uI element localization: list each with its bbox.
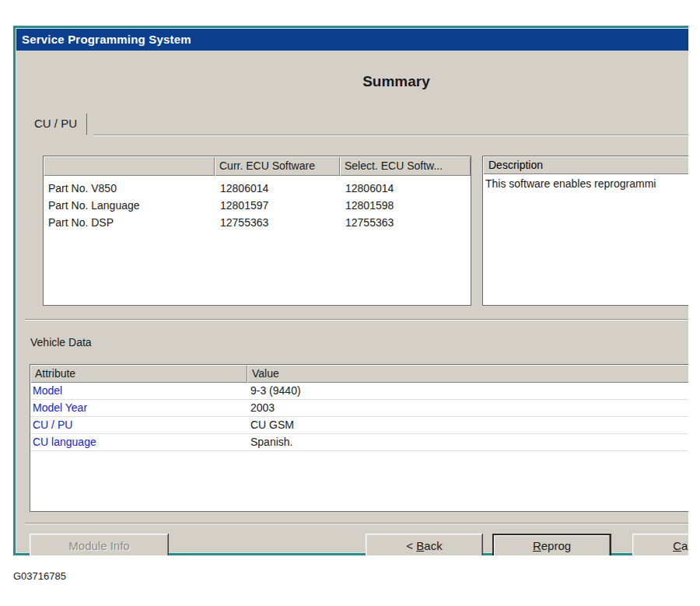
part-name: Part No. DSP xyxy=(44,214,215,231)
cancel-button[interactable]: Cancel xyxy=(632,534,688,555)
attribute-link[interactable]: Model xyxy=(30,383,247,399)
table-row[interactable]: Model 9-3 (9440) xyxy=(30,383,688,400)
selected-software: 12806014 xyxy=(340,180,471,197)
reprog-label-rest: eprog xyxy=(541,539,571,552)
sps-dialog-window: Service Programming System Summary CU / … xyxy=(13,26,688,555)
current-software: 12801597 xyxy=(215,197,340,214)
attribute-link[interactable]: CU / PU xyxy=(30,417,247,433)
cancel-label-rest: ancel xyxy=(681,539,688,552)
titlebar[interactable]: Service Programming System xyxy=(16,29,688,51)
reprog-button[interactable]: Reprog xyxy=(492,534,611,555)
current-software: 12806014 xyxy=(215,180,340,197)
table-row[interactable]: CU / PU CU GSM xyxy=(30,417,688,434)
cancel-accelerator: C xyxy=(673,539,681,552)
tabstrip-edge xyxy=(93,135,688,136)
description-text: This software enables reprogrammi xyxy=(483,174,688,190)
table-row[interactable]: Model Year 2003 xyxy=(30,400,688,417)
figure-id: G03716785 xyxy=(13,570,66,582)
vehicle-data-label: Vehicle Data xyxy=(30,336,92,349)
scanned-page: Service Programming System Summary CU / … xyxy=(0,0,700,606)
attribute-value: 2003 xyxy=(247,400,688,416)
attribute-value: 9-3 (9440) xyxy=(247,383,688,399)
module-info-button: Module Info xyxy=(30,534,169,555)
page-title: Summary xyxy=(16,73,688,90)
ecu-table-header: Curr. ECU Software Select. ECU Softw... xyxy=(44,156,471,176)
tab-cu-pu[interactable]: CU / PU xyxy=(33,114,87,135)
ecu-software-table: Curr. ECU Software Select. ECU Softw... … xyxy=(43,156,471,306)
back-button[interactable]: < Back xyxy=(366,534,483,555)
tab-panel-bottom-edge xyxy=(25,319,688,321)
attribute-value: Spanish. xyxy=(247,434,688,450)
vehicle-table-header: Attribute Value xyxy=(30,365,688,383)
ecu-col-current[interactable]: Curr. ECU Software xyxy=(215,156,340,176)
description-panel: Description This software enables reprog… xyxy=(482,156,688,306)
reprog-accelerator: R xyxy=(533,539,541,552)
description-header[interactable]: Description xyxy=(483,156,688,174)
vehicle-data-table: Attribute Value Model 9-3 (9440) Model Y… xyxy=(30,364,688,512)
attribute-value: CU GSM xyxy=(247,417,688,433)
back-label-prefix: < xyxy=(406,539,416,552)
table-row[interactable]: Part No. V850 12806014 12806014 xyxy=(44,180,471,197)
attribute-column-header[interactable]: Attribute xyxy=(30,365,247,383)
window-clip: Service Programming System Summary CU / … xyxy=(13,26,688,555)
table-row[interactable]: CU language Spanish. xyxy=(30,434,688,451)
window-title: Service Programming System xyxy=(22,33,191,46)
attribute-link[interactable]: CU language xyxy=(30,434,247,450)
button-bar-separator xyxy=(25,523,688,524)
part-name: Part No. V850 xyxy=(44,180,215,197)
back-label-rest: ack xyxy=(424,539,442,552)
attribute-link[interactable]: Model Year xyxy=(30,400,247,416)
selected-software: 12801598 xyxy=(340,197,471,214)
table-row[interactable]: Part No. Language 12801597 12801598 xyxy=(44,197,471,214)
table-row[interactable]: Part No. DSP 12755363 12755363 xyxy=(44,214,471,231)
ecu-col-blank[interactable] xyxy=(44,156,215,176)
current-software: 12755363 xyxy=(215,214,340,231)
value-column-header[interactable]: Value xyxy=(247,365,688,383)
tab-label: CU / PU xyxy=(34,117,77,130)
selected-software: 12755363 xyxy=(340,214,471,231)
part-name: Part No. Language xyxy=(44,197,215,214)
ecu-table-body: Part No. V850 12806014 12806014 Part No.… xyxy=(44,176,471,231)
back-accelerator: B xyxy=(416,539,424,552)
ecu-col-selected[interactable]: Select. ECU Softw... xyxy=(340,156,471,176)
